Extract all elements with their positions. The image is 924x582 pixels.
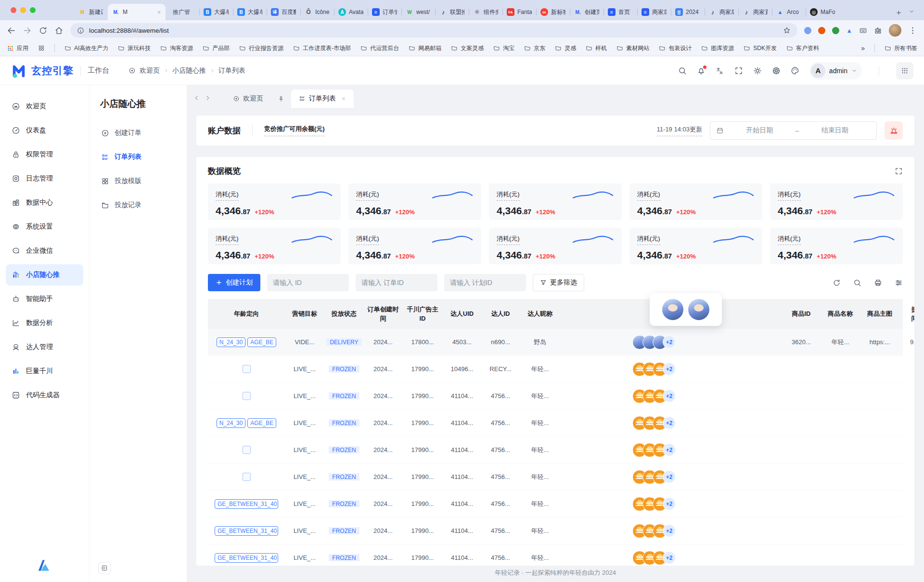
metric-label[interactable]: 消耗(元): [637, 190, 660, 201]
more-filters-button[interactable]: 更多筛选: [533, 274, 584, 291]
sidebar-item-analytics[interactable]: 数据分析: [6, 312, 83, 334]
content-tab[interactable]: 订单列表: [291, 90, 354, 108]
submenu-item-record[interactable]: 投放记录: [90, 193, 187, 217]
row-checkbox[interactable]: [243, 392, 251, 400]
sidebar-item-robot[interactable]: 智能助手: [6, 288, 83, 310]
all-bookmarks[interactable]: 所有书签: [885, 44, 917, 52]
row-checkbox[interactable]: [243, 473, 251, 481]
bookmark-folder[interactable]: 网易邮箱: [409, 44, 441, 52]
bookmark-folder[interactable]: 派玩科技: [118, 44, 151, 52]
more-avatars-chip[interactable]: +2: [663, 336, 676, 349]
browser-tab[interactable]: FAFanta: [502, 4, 536, 20]
avatar-group[interactable]: +2: [632, 389, 676, 403]
bookmark-folder[interactable]: 客户资料: [786, 44, 819, 52]
browser-tab[interactable]: ≡商家后: [637, 4, 671, 20]
avatar-group[interactable]: +2: [632, 497, 676, 511]
content-tab[interactable]: 欢迎页: [225, 90, 271, 108]
more-avatars-chip[interactable]: +2: [663, 524, 676, 537]
notification-bell-icon[interactable]: [697, 66, 706, 75]
extension-icon[interactable]: [832, 27, 839, 34]
bookmark-folder[interactable]: 淘宝: [493, 44, 514, 52]
metric-label[interactable]: 消耗(元): [637, 234, 660, 245]
row-checkbox[interactable]: [243, 446, 251, 454]
avatar-group[interactable]: +2: [632, 470, 676, 484]
table-row[interactable]: GE_BETWEEN_31_40LIVE_...FROZEN2024...179…: [208, 517, 903, 544]
table-row[interactable]: N_24_30AGE_BEVIDE...DELIVERY2024...17800…: [208, 329, 903, 356]
table-row[interactable]: LIVE_...FROZEN2024...17990...41104...475…: [208, 464, 903, 491]
sidebar-item-shoppush[interactable]: 小店随心推: [6, 264, 83, 285]
table-row[interactable]: LIVE_...FROZEN2024...17990...41104...475…: [208, 437, 903, 464]
close-tab-icon[interactable]: [341, 96, 346, 101]
column-settings-icon[interactable]: [895, 279, 903, 287]
alert-siren-button[interactable]: [885, 121, 903, 140]
avatar-group[interactable]: +2: [632, 335, 676, 349]
tabs-scroll-right-icon[interactable]: [205, 95, 211, 108]
window-minimize-button[interactable]: [20, 7, 26, 13]
metric-label[interactable]: 消耗(元): [216, 234, 239, 245]
bookmarks-overflow-chevron[interactable]: »: [861, 44, 865, 52]
avatar-group[interactable]: +2: [632, 416, 676, 430]
bookmark-folder[interactable]: 行业报告资源: [239, 44, 283, 52]
bookmark-folder[interactable]: 图库资源: [701, 44, 734, 52]
table-row[interactable]: LIVE_...FROZEN2024...17990...41104...475…: [208, 383, 903, 410]
browser-profile-avatar[interactable]: [889, 24, 901, 37]
plan-id-input[interactable]: [444, 274, 526, 291]
more-avatars-chip[interactable]: +2: [663, 551, 676, 564]
forward-button[interactable]: [23, 26, 32, 35]
bookmark-folder[interactable]: 京东: [524, 44, 545, 52]
table-row[interactable]: N_24_30AGE_BELIVE_...FROZEN2024...17990.…: [208, 410, 903, 437]
browser-tab[interactable]: B大爆单: [233, 4, 267, 20]
browser-tab[interactable]: AAvata: [334, 4, 368, 20]
new-tab-button[interactable]: [892, 10, 906, 20]
start-date-placeholder[interactable]: 开始日期: [724, 126, 796, 135]
extensions-puzzle-icon[interactable]: [874, 26, 882, 35]
more-avatars-chip[interactable]: +2: [663, 443, 676, 456]
sidebar-item-dashboard[interactable]: 仪表盘: [6, 120, 83, 141]
metric-label[interactable]: 消耗(元): [778, 190, 801, 201]
sidebar-item-gearwheel[interactable]: 系统设置: [6, 216, 83, 237]
end-date-placeholder[interactable]: 结束日期: [799, 126, 871, 135]
sidebar-item-talent[interactable]: 达人管理: [6, 336, 83, 358]
row-checkbox[interactable]: [243, 365, 251, 373]
expand-fullscreen-icon[interactable]: [895, 167, 903, 175]
submenu-item-template[interactable]: 投放模版: [90, 169, 187, 193]
site-info-icon[interactable]: [77, 27, 84, 34]
bookmark-star-icon[interactable]: [783, 26, 791, 34]
screenshot-extension-icon[interactable]: [859, 26, 867, 35]
submenu-item-orderlist[interactable]: 订单列表: [90, 145, 187, 169]
app-logo[interactable]: 玄控引擎: [11, 63, 74, 79]
back-button[interactable]: [7, 26, 16, 35]
metric-label[interactable]: 消耗(元): [356, 190, 379, 201]
metric-label[interactable]: 消耗(元): [497, 234, 520, 245]
extension-icon[interactable]: [818, 27, 825, 34]
date-range-picker[interactable]: 开始日期 – 结束日期: [710, 121, 877, 140]
fullscreen-icon[interactable]: [734, 66, 743, 75]
home-button[interactable]: [54, 26, 64, 35]
browser-tab[interactable]: M.M: [108, 4, 166, 20]
bookmark-grid-shortcut[interactable]: [38, 45, 45, 52]
table-row[interactable]: LIVE_...FROZEN2024...17990...10496...REC…: [208, 356, 903, 383]
browser-tab[interactable]: ▲Arco: [772, 4, 806, 20]
browser-tab[interactable]: ♪商家直: [738, 4, 772, 20]
browser-tab[interactable]: ♪联盟推: [435, 4, 469, 20]
extension-icon[interactable]: [804, 27, 811, 34]
bookmark-folder[interactable]: 淘客资源: [160, 44, 193, 52]
pin-icon[interactable]: [278, 96, 284, 108]
balance-label[interactable]: 竞价推广可用余额(元): [264, 125, 325, 136]
browser-tab[interactable]: M新建订: [74, 4, 108, 20]
browser-tab[interactable]: B大爆单: [199, 4, 233, 20]
user-menu[interactable]: A admin: [809, 62, 862, 79]
avatar-group[interactable]: +2: [632, 443, 676, 457]
browser-tab[interactable]: M.创建页: [570, 4, 603, 20]
window-zoom-button[interactable]: [30, 7, 36, 13]
breadcrumb-item[interactable]: 订单列表: [218, 66, 245, 75]
order-id-input[interactable]: [356, 274, 437, 291]
settings-gear-icon[interactable]: [772, 66, 781, 75]
browser-tab[interactable]: ≣2024: [671, 4, 705, 20]
talent-avatar-large[interactable]: [688, 299, 709, 320]
print-icon[interactable]: [874, 279, 882, 287]
sidebar-item-code[interactable]: 代码生成器: [6, 385, 83, 406]
talent-avatar-large[interactable]: [662, 299, 683, 320]
address-bar[interactable]: localhost:2888/#/aweme/list: [70, 23, 797, 38]
bookmark-folder[interactable]: 样机: [586, 44, 607, 52]
